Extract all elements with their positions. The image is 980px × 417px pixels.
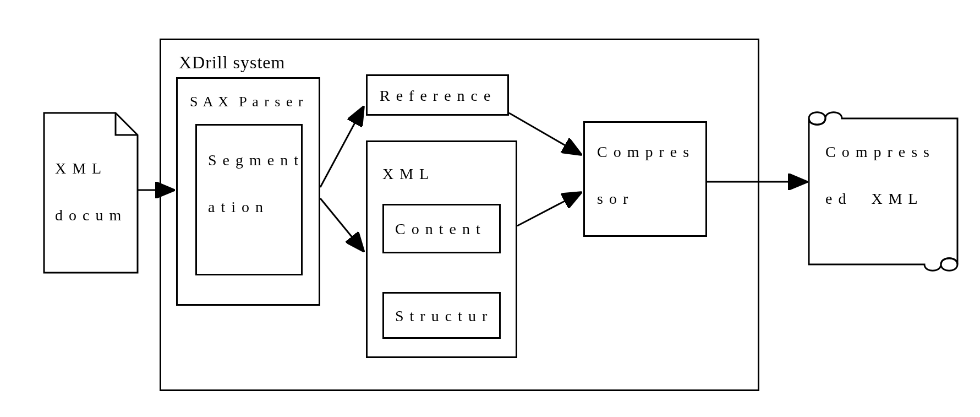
xml-block-title: X M L [382,165,430,183]
xdrill-architecture-diagram: X M L d o c u m XDrill system S A X P a … [0,0,980,417]
compressor-label-1: C o m p r e s [597,143,690,161]
compressor-box [583,121,707,237]
content-label: C o n t e n t [395,220,481,238]
structure-label: S t r u c t u r [395,307,488,325]
output-label-2: e d [825,190,847,207]
xml-doc-label-2: d o c u m [55,207,122,224]
output-label-1: C o m p r e s s [825,143,930,161]
xdrill-system-title: XDrill system [176,52,288,73]
output-label-3: X M L [871,190,918,207]
reference-label: R e f e r e n c e [380,87,491,105]
segmentation-label-2: a t i o n [208,198,264,216]
compressor-label-2: s o r [597,190,629,208]
xml-doc-label-1: X M L [55,160,102,177]
sax-parser-title: S A X P a r s e r [190,94,304,110]
segmentation-label-1: S e g m e n t [208,151,299,169]
